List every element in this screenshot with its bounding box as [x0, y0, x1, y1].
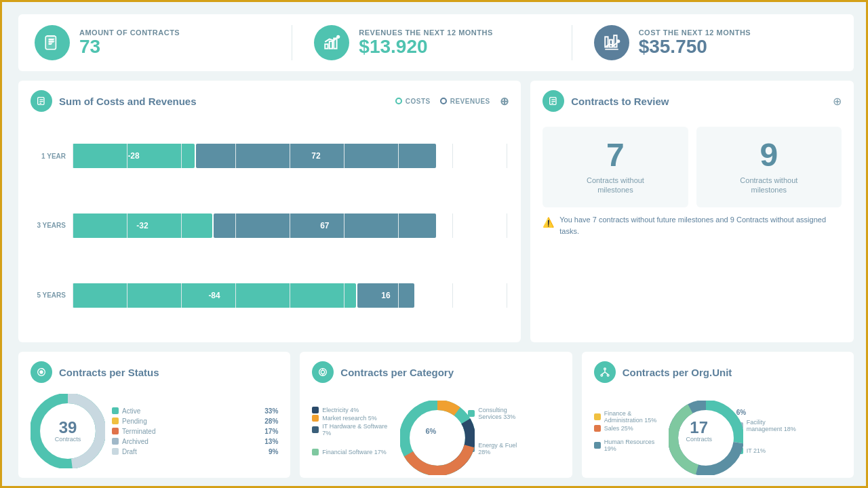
status-center-num: 39 — [55, 420, 81, 436]
costs-icon — [594, 25, 629, 60]
pending-swatch — [112, 418, 119, 424]
review-cards: 7 Contracts withoutmilestones 9 Contract… — [542, 127, 842, 207]
category-donut-center: 6% — [425, 427, 436, 435]
hr-swatch — [594, 442, 601, 449]
kpi-costs-label: COST THE NEXT 12 MONTHS — [639, 28, 751, 37]
active-pct: 33% — [264, 407, 278, 415]
market-research-swatch — [312, 415, 319, 422]
archived-pct: 13% — [264, 438, 278, 445]
warning-icon: ⚠️ — [542, 215, 554, 230]
legend-terminated: Terminated 17% — [112, 428, 278, 435]
legend-archived: Archived 13% — [112, 438, 278, 445]
category-donut-area: Electricity 4% Market research 5% IT Har… — [312, 394, 559, 468]
review-card-9-number: 9 — [705, 139, 833, 171]
status-center-label: Contracts — [55, 436, 81, 443]
legend-pending: Pending 28% — [112, 418, 278, 425]
category-other-pct: 6% — [425, 427, 436, 435]
bottom-row: Contracts per Status — [18, 352, 854, 478]
bar-revenues-5years: 16 — [357, 283, 414, 308]
legend-it: IT 21% — [736, 447, 797, 454]
review-card-7-number: 7 — [551, 139, 679, 171]
legend-financial: Financial Software 17% — [312, 449, 393, 455]
svg-rect-14 — [609, 40, 612, 47]
svg-point-47 — [601, 374, 603, 376]
orgunit-header: Contracts per Org.Unit — [594, 361, 842, 383]
status-legend: Active 33% Pending 28% Terminated 17% — [112, 407, 278, 455]
archived-swatch — [112, 438, 119, 445]
review-card-7-label: Contracts withoutmilestones — [551, 176, 679, 195]
svg-point-27 — [40, 371, 43, 373]
review-card-9-label: Contracts withoutmilestones — [705, 176, 833, 195]
legend-energy: Energy & Fuel 28% — [468, 442, 529, 455]
status-title: Contracts per Status — [59, 367, 278, 378]
category-legend-right: Consulting Services 33% Energy & Fuel 28… — [468, 407, 529, 455]
kpi-revenues-text: REVENUES THE NEXT 12 MONTHS $13.920 — [359, 28, 492, 58]
electricity-label: Electricity 4% — [322, 407, 359, 413]
kpi-revenues-value: $13.920 — [359, 37, 492, 58]
bar-costs-5years: -84 — [73, 283, 356, 308]
terminated-label: Terminated — [122, 428, 155, 435]
svg-line-51 — [605, 372, 608, 374]
legend-financial-spacer: Financial Software 17% — [312, 449, 393, 455]
review-card-7: 7 Contracts withoutmilestones — [542, 127, 688, 207]
legend-revenues: REVENUES — [440, 98, 490, 105]
review-card-9: 9 Contracts withoutmilestones — [696, 127, 842, 207]
orgunit-legend-left: Finance & Administration 15% Sales 25% H… — [594, 410, 662, 452]
kpi-costs: COST THE NEXT 12 MONTHS $35.750 — [572, 25, 837, 60]
bar-track-3years: -32 67 — [73, 214, 509, 238]
review-crosshair-icon[interactable]: ⊕ — [833, 95, 842, 108]
svg-point-45 — [413, 413, 462, 462]
category-legend-left: Electricity 4% Market research 5% IT Har… — [312, 407, 393, 455]
svg-point-12 — [337, 36, 339, 38]
costs-revenues-header: Sum of Costs and Revenues COSTS REVENUES… — [31, 90, 509, 112]
legend-sales: Sales 25% — [594, 425, 662, 432]
status-donut-area: 39 Contracts Active 33% Pending 28% — [31, 394, 278, 468]
crosshair-icon[interactable]: ⊕ — [500, 95, 509, 108]
contracts-icon — [35, 25, 70, 60]
bar-revenues-3years: 67 — [214, 214, 436, 238]
kpi-contracts-label: AMOUNT OF CONTRACTS — [79, 28, 180, 37]
category-title: Contracts per Category — [340, 367, 559, 378]
sales-label: Sales 25% — [604, 425, 633, 432]
orgunit-icon — [594, 361, 616, 383]
orgunit-other-pct: 6% — [736, 409, 797, 416]
costs-dot — [395, 98, 402, 104]
legend-consulting: Consulting Services 33% — [468, 407, 529, 420]
terminated-pct: 17% — [264, 428, 278, 435]
facility-label: Facility management 18% — [747, 419, 797, 432]
legend-costs: COSTS — [395, 98, 431, 105]
review-header: Contracts to Review ⊕ — [542, 90, 842, 112]
draft-swatch — [112, 448, 119, 455]
legend-facility: Facility management 18% — [736, 419, 797, 432]
bar-costs-1year: -28 — [73, 144, 195, 168]
bar-row-5years: 5 YEARS -84 16 — [31, 283, 509, 308]
bar-row-1year: 1 YEAR -28 72 — [31, 144, 509, 168]
finance-label: Finance & Administration 15% — [604, 410, 662, 424]
consulting-label: Consulting Services 33% — [478, 407, 529, 420]
active-swatch — [112, 407, 119, 414]
it-hardware-label: IT Hardware & Software 7% — [322, 423, 393, 436]
orgunit-center-num: 17 — [686, 420, 712, 436]
legend-electricity: Electricity 4% — [312, 407, 393, 413]
kpi-revenues-label: REVENUES THE NEXT 12 MONTHS — [359, 28, 492, 37]
hr-label: Human Resources 19% — [604, 439, 662, 452]
bar-label-1year: 1 YEAR — [31, 152, 66, 160]
financial-label: Financial Software 17% — [322, 449, 387, 455]
terminated-swatch — [112, 428, 119, 434]
legend-market-research: Market research 5% — [312, 415, 393, 422]
orgunit-title: Contracts per Org.Unit — [623, 367, 842, 378]
bar-revenues-1year: 72 — [196, 144, 436, 168]
financial-swatch — [312, 449, 319, 455]
orgunit-legend-right: 6% Facility management 18% IT 21% — [736, 409, 797, 454]
revenues-dot — [440, 98, 447, 104]
status-panel: Contracts per Status — [18, 352, 290, 478]
svg-point-35 — [321, 370, 325, 373]
bar-track-1year: -28 72 — [73, 144, 509, 168]
kpi-contracts-value: 73 — [79, 37, 180, 58]
legend-draft: Draft 9% — [112, 448, 278, 455]
category-panel: Contracts per Category Electricity 4% Ma… — [300, 352, 572, 478]
review-title: Contracts to Review — [571, 96, 826, 107]
legend-hr-spacer: Human Resources 19% — [594, 439, 662, 452]
it-hardware-swatch — [312, 426, 319, 433]
kpi-revenues: REVENUES THE NEXT 12 MONTHS $13.920 — [292, 25, 557, 60]
